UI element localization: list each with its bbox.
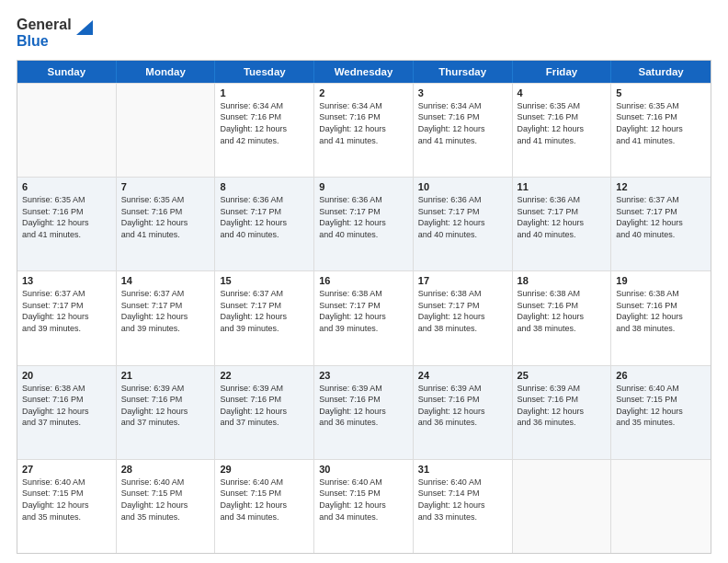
day-number: 24 (418, 370, 507, 381)
day-cell: 26Sunrise: 6:40 AM Sunset: 7:15 PM Dayli… (611, 366, 711, 459)
logo-blue-text: Blue (17, 33, 72, 50)
day-info: Sunrise: 6:35 AM Sunset: 7:16 PM Dayligh… (22, 194, 111, 240)
day-info: Sunrise: 6:38 AM Sunset: 7:17 PM Dayligh… (418, 288, 507, 334)
day-header-wednesday: Wednesday (314, 61, 414, 83)
day-info: Sunrise: 6:40 AM Sunset: 7:15 PM Dayligh… (220, 477, 309, 523)
day-headers: SundayMondayTuesdayWednesdayThursdayFrid… (17, 61, 711, 83)
week-row-1: 1Sunrise: 6:34 AM Sunset: 7:16 PM Daylig… (17, 83, 711, 177)
week-row-5: 27Sunrise: 6:40 AM Sunset: 7:15 PM Dayli… (17, 459, 711, 553)
logo: General Blue (17, 17, 93, 51)
day-info: Sunrise: 6:39 AM Sunset: 7:16 PM Dayligh… (319, 383, 408, 429)
day-info: Sunrise: 6:36 AM Sunset: 7:17 PM Dayligh… (518, 194, 607, 240)
day-cell: 12Sunrise: 6:37 AM Sunset: 7:17 PM Dayli… (611, 178, 711, 270)
day-info: Sunrise: 6:40 AM Sunset: 7:15 PM Dayligh… (22, 477, 111, 523)
day-cell: 1Sunrise: 6:34 AM Sunset: 7:16 PM Daylig… (215, 84, 314, 177)
day-number: 25 (518, 370, 607, 381)
day-info: Sunrise: 6:40 AM Sunset: 7:15 PM Dayligh… (121, 477, 210, 523)
calendar-page: General Blue SundayMondayTuesdayWednesda… (0, 0, 728, 563)
day-number: 17 (418, 275, 507, 286)
day-info: Sunrise: 6:36 AM Sunset: 7:17 PM Dayligh… (220, 194, 309, 240)
day-cell: 6Sunrise: 6:35 AM Sunset: 7:16 PM Daylig… (17, 178, 117, 270)
day-number: 11 (518, 181, 607, 192)
day-cell (611, 460, 711, 553)
day-info: Sunrise: 6:39 AM Sunset: 7:16 PM Dayligh… (418, 383, 507, 429)
day-cell: 2Sunrise: 6:34 AM Sunset: 7:16 PM Daylig… (314, 84, 414, 177)
day-info: Sunrise: 6:39 AM Sunset: 7:16 PM Dayligh… (121, 383, 210, 429)
day-number: 14 (121, 275, 210, 286)
day-cell: 29Sunrise: 6:40 AM Sunset: 7:15 PM Dayli… (215, 460, 314, 553)
day-cell: 10Sunrise: 6:36 AM Sunset: 7:17 PM Dayli… (414, 178, 513, 270)
header: General Blue (17, 17, 711, 51)
day-info: Sunrise: 6:38 AM Sunset: 7:16 PM Dayligh… (518, 288, 607, 334)
day-cell: 30Sunrise: 6:40 AM Sunset: 7:15 PM Dayli… (314, 460, 414, 553)
day-info: Sunrise: 6:34 AM Sunset: 7:16 PM Dayligh… (220, 100, 309, 146)
day-number: 28 (121, 464, 210, 475)
day-cell: 16Sunrise: 6:38 AM Sunset: 7:17 PM Dayli… (314, 271, 414, 364)
day-cell (17, 84, 117, 177)
day-cell: 9Sunrise: 6:36 AM Sunset: 7:17 PM Daylig… (314, 178, 414, 270)
week-row-2: 6Sunrise: 6:35 AM Sunset: 7:16 PM Daylig… (17, 177, 711, 270)
day-number: 1 (220, 87, 309, 98)
day-info: Sunrise: 6:40 AM Sunset: 7:14 PM Dayligh… (418, 477, 507, 523)
day-cell: 7Sunrise: 6:35 AM Sunset: 7:16 PM Daylig… (117, 178, 216, 270)
day-cell: 15Sunrise: 6:37 AM Sunset: 7:17 PM Dayli… (215, 271, 314, 364)
day-info: Sunrise: 6:37 AM Sunset: 7:17 PM Dayligh… (220, 288, 309, 334)
week-row-4: 20Sunrise: 6:38 AM Sunset: 7:16 PM Dayli… (17, 365, 711, 459)
day-info: Sunrise: 6:36 AM Sunset: 7:17 PM Dayligh… (418, 194, 507, 240)
week-row-3: 13Sunrise: 6:37 AM Sunset: 7:17 PM Dayli… (17, 270, 711, 364)
day-info: Sunrise: 6:35 AM Sunset: 7:16 PM Dayligh… (616, 100, 706, 146)
svg-marker-0 (76, 20, 93, 35)
day-cell: 25Sunrise: 6:39 AM Sunset: 7:16 PM Dayli… (513, 366, 612, 459)
day-cell (513, 460, 612, 553)
day-info: Sunrise: 6:38 AM Sunset: 7:17 PM Dayligh… (319, 288, 408, 334)
day-number: 26 (616, 370, 706, 381)
day-info: Sunrise: 6:40 AM Sunset: 7:15 PM Dayligh… (616, 383, 706, 429)
day-number: 10 (418, 181, 507, 192)
day-number: 20 (22, 370, 111, 381)
day-number: 30 (319, 464, 408, 475)
day-number: 18 (518, 275, 607, 286)
day-number: 5 (616, 87, 706, 98)
logo-triangle-icon (74, 18, 93, 37)
day-cell: 19Sunrise: 6:38 AM Sunset: 7:16 PM Dayli… (611, 271, 711, 364)
day-cell: 18Sunrise: 6:38 AM Sunset: 7:16 PM Dayli… (513, 271, 612, 364)
day-cell: 28Sunrise: 6:40 AM Sunset: 7:15 PM Dayli… (117, 460, 216, 553)
day-cell: 11Sunrise: 6:36 AM Sunset: 7:17 PM Dayli… (513, 178, 612, 270)
day-info: Sunrise: 6:36 AM Sunset: 7:17 PM Dayligh… (319, 194, 408, 240)
day-cell (117, 84, 216, 177)
day-cell: 14Sunrise: 6:37 AM Sunset: 7:17 PM Dayli… (117, 271, 216, 364)
day-cell: 4Sunrise: 6:35 AM Sunset: 7:16 PM Daylig… (513, 84, 612, 177)
day-info: Sunrise: 6:39 AM Sunset: 7:16 PM Dayligh… (220, 383, 309, 429)
day-info: Sunrise: 6:35 AM Sunset: 7:16 PM Dayligh… (121, 194, 210, 240)
day-number: 16 (319, 275, 408, 286)
day-number: 15 (220, 275, 309, 286)
day-info: Sunrise: 6:37 AM Sunset: 7:17 PM Dayligh… (616, 194, 706, 240)
day-number: 29 (220, 464, 309, 475)
day-header-monday: Monday (117, 61, 216, 83)
day-cell: 24Sunrise: 6:39 AM Sunset: 7:16 PM Dayli… (414, 366, 513, 459)
logo-container: General Blue (17, 17, 93, 51)
day-number: 2 (319, 87, 408, 98)
day-cell: 23Sunrise: 6:39 AM Sunset: 7:16 PM Dayli… (314, 366, 414, 459)
day-info: Sunrise: 6:39 AM Sunset: 7:16 PM Dayligh… (518, 383, 607, 429)
day-header-friday: Friday (513, 61, 612, 83)
day-number: 9 (319, 181, 408, 192)
day-cell: 22Sunrise: 6:39 AM Sunset: 7:16 PM Dayli… (215, 366, 314, 459)
day-info: Sunrise: 6:34 AM Sunset: 7:16 PM Dayligh… (418, 100, 507, 146)
day-cell: 21Sunrise: 6:39 AM Sunset: 7:16 PM Dayli… (117, 366, 216, 459)
day-cell: 8Sunrise: 6:36 AM Sunset: 7:17 PM Daylig… (215, 178, 314, 270)
day-info: Sunrise: 6:38 AM Sunset: 7:16 PM Dayligh… (22, 383, 111, 429)
day-number: 22 (220, 370, 309, 381)
day-cell: 20Sunrise: 6:38 AM Sunset: 7:16 PM Dayli… (17, 366, 117, 459)
day-number: 8 (220, 181, 309, 192)
day-number: 27 (22, 464, 111, 475)
day-number: 13 (22, 275, 111, 286)
day-header-thursday: Thursday (414, 61, 513, 83)
logo-general-text: General (17, 17, 72, 33)
day-number: 12 (616, 181, 706, 192)
day-number: 31 (418, 464, 507, 475)
calendar: SundayMondayTuesdayWednesdayThursdayFrid… (17, 60, 711, 554)
day-cell: 5Sunrise: 6:35 AM Sunset: 7:16 PM Daylig… (611, 84, 711, 177)
day-info: Sunrise: 6:37 AM Sunset: 7:17 PM Dayligh… (22, 288, 111, 334)
day-info: Sunrise: 6:38 AM Sunset: 7:16 PM Dayligh… (616, 288, 706, 334)
